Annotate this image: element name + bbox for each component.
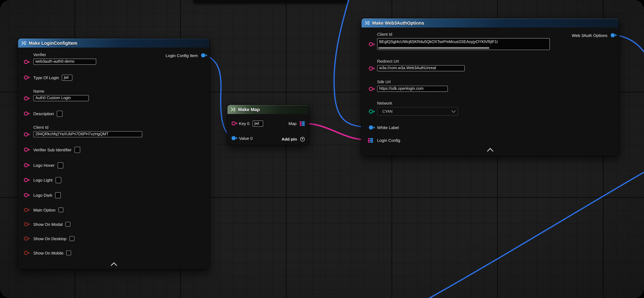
node-title: Make Web3AuthOptions: [372, 20, 424, 26]
network-dropdown[interactable]: CYAN: [377, 107, 458, 116]
pin-web3auth-options-output[interactable]: [611, 33, 615, 37]
client-id-field[interactable]: BEglQSgt4cUWcj6SKRdu5QkOXTsePmMcusG5EAoy…: [377, 38, 550, 50]
pin-label: Main Option: [33, 208, 56, 212]
pin-value0-input[interactable]: [232, 136, 236, 140]
pin-label: Type Of Login: [33, 75, 59, 80]
add-pin-label: Add pin: [282, 137, 297, 141]
pin-logo-hover-input[interactable]: [24, 163, 28, 167]
pin-label: Network: [377, 101, 458, 105]
pin-label: Sdk Url: [377, 80, 448, 84]
pin-label: Name: [33, 89, 89, 94]
verifier-field[interactable]: web3auth-auth0-demo: [33, 58, 96, 65]
logo-dark-field[interactable]: [55, 192, 61, 198]
pin-login-config-input[interactable]: [368, 138, 373, 142]
node-make-web3authoptions[interactable]: Make Web3AuthOptions Web 3Auth Options C…: [361, 18, 619, 156]
type-of-login-field[interactable]: jwt: [62, 74, 72, 80]
pin-label: Logo Light: [33, 178, 52, 182]
offscreen-node-top-edge[interactable]: [193, 0, 347, 3]
pin-logo-light-input[interactable]: [24, 178, 28, 182]
pin-label: Client Id: [33, 125, 142, 130]
node-make-loginconfigitem[interactable]: Make LoginConfigItem Login Config Item V…: [18, 38, 210, 269]
pin-label: Verifier: [33, 52, 96, 57]
wire-map-to-loginconfig[interactable]: [305, 124, 366, 140]
pin-show-on-mobile-input[interactable]: [24, 251, 28, 255]
name-field[interactable]: Auth0 Custom Login: [33, 95, 89, 101]
client-id-field[interactable]: 294QRkchfq2YaXUbPri7D6PH7xzHgQMT: [33, 131, 142, 137]
chevron-down-icon: [452, 109, 456, 113]
pin-sdk-url-input[interactable]: [369, 87, 373, 91]
pin-main-option-input[interactable]: [24, 208, 28, 212]
pin-description-input[interactable]: [24, 112, 28, 116]
pin-label: Logo Dark: [33, 193, 52, 197]
node-header[interactable]: Make Web3AuthOptions: [362, 18, 619, 28]
pin-type-of-login-input[interactable]: [24, 76, 28, 80]
pin-verifier-sub-identifier-input[interactable]: [24, 148, 28, 152]
pin-label: Logo Hover: [33, 163, 54, 168]
pin-client-id-input[interactable]: [369, 42, 373, 46]
collapse-chevron-icon[interactable]: [487, 148, 494, 154]
pin-show-on-desktop-input[interactable]: [24, 236, 28, 241]
pin-label: Show On Desktop: [33, 236, 66, 241]
pin-logo-dark-input[interactable]: [24, 193, 28, 197]
output-pin-label: Login Config Item: [166, 53, 198, 58]
output-pin-label: Web 3Auth Options: [572, 33, 607, 38]
logo-hover-field[interactable]: [58, 162, 63, 168]
pin-label: Key 0: [239, 121, 249, 126]
logo-light-field[interactable]: [55, 177, 61, 183]
description-field[interactable]: [57, 110, 62, 116]
pin-label: Description: [33, 111, 54, 116]
main-option-checkbox[interactable]: [58, 208, 63, 212]
make-map-icon: [231, 107, 236, 112]
pin-map-output[interactable]: [300, 121, 305, 126]
pin-white-label-input[interactable]: [369, 126, 373, 130]
show-on-desktop-checkbox[interactable]: [69, 236, 74, 241]
client-id-value: BEglQSgt4cUWcj6SKRdu5QkOXTsePmMcusG5EAoy…: [379, 39, 498, 44]
pin-client-id-input[interactable]: [24, 132, 28, 136]
node-title: Make LoginConfigItem: [29, 40, 77, 46]
pin-label: Verifier Sub Identifier: [33, 148, 72, 152]
pin-name-input[interactable]: [24, 96, 28, 100]
blueprint-canvas[interactable]: Make LoginConfigItem Login Config Item V…: [0, 0, 644, 298]
make-struct-icon: [365, 20, 370, 26]
pin-label: Show On Mobile: [33, 250, 64, 255]
sdk-url-field[interactable]: https://sdk.openlogin.com: [377, 86, 448, 92]
wire-offscreen-diagonal[interactable]: [428, 172, 644, 298]
pin-label: Show On Modal: [33, 222, 63, 226]
pin-label: White Label: [377, 125, 399, 130]
add-pin-button[interactable]: [300, 137, 305, 141]
pin-verifier-input[interactable]: [24, 60, 28, 64]
node-header[interactable]: Make Map: [228, 105, 309, 114]
pin-redirect-url-input[interactable]: [369, 66, 373, 70]
key0-field[interactable]: jwt: [252, 120, 263, 126]
field-scrollbar[interactable]: [378, 47, 490, 49]
show-on-mobile-checkbox[interactable]: [66, 250, 72, 256]
verifier-sub-identifier-field[interactable]: [74, 146, 80, 152]
node-header[interactable]: Make LoginConfigItem: [18, 38, 209, 48]
pin-label: Login Config: [377, 138, 400, 142]
node-title: Make Map: [238, 107, 260, 112]
make-struct-icon: [21, 40, 26, 46]
output-pin-label: Map: [288, 121, 296, 126]
pin-label: Client Id: [377, 32, 550, 36]
collapse-chevron-icon[interactable]: [110, 262, 117, 269]
pin-label: Value 0: [239, 136, 253, 140]
blueprint-editor: Make LoginConfigItem Login Config Item V…: [0, 0, 644, 298]
pin-network-input[interactable]: [369, 109, 373, 113]
network-value: CYAN: [382, 109, 392, 113]
node-make-map[interactable]: Make Map Key 0 jwt Map Value 0 Add pin: [227, 104, 310, 145]
redirect-url-field[interactable]: w3a://com.w3a.Web3AuthUnreal: [377, 65, 465, 71]
pin-show-on-modal-input[interactable]: [24, 222, 28, 226]
pin-login-config-item-output[interactable]: [201, 53, 205, 57]
pin-key0-input[interactable]: [232, 122, 236, 126]
pin-label: Redirect Url: [377, 59, 465, 64]
show-on-modal-checkbox[interactable]: [66, 222, 70, 227]
